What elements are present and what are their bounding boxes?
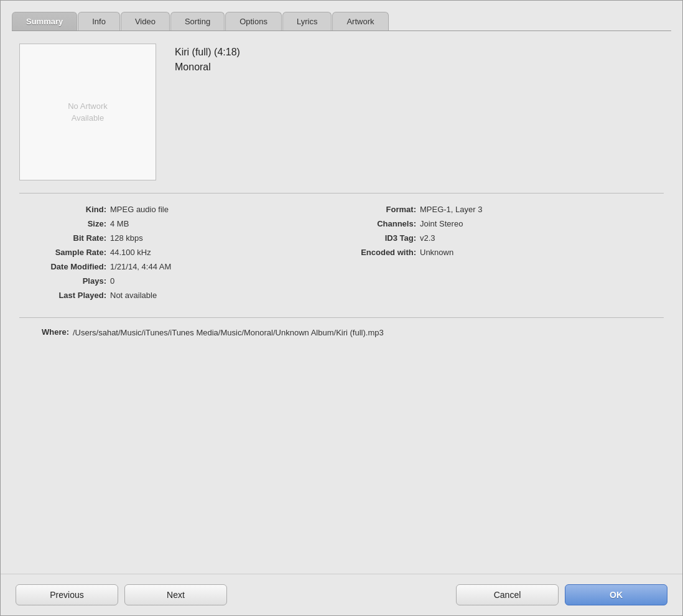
next-button[interactable]: Next — [124, 584, 227, 605]
artwork-box: No Artwork Available — [19, 44, 156, 180]
detail-encodedwith: Encoded with: Unknown — [342, 248, 664, 257]
tab-bar: Summary Info Video Sorting Options Lyric… — [1, 1, 682, 30]
samplerate-value: 44.100 kHz — [110, 248, 151, 257]
track-subtitle: Monoral — [175, 62, 240, 73]
tab-summary[interactable]: Summary — [12, 12, 77, 30]
detail-bitrate: Bit Rate: 128 kbps — [19, 233, 342, 243]
dialog: Summary Info Video Sorting Options Lyric… — [0, 0, 683, 616]
details-right: Format: MPEG-1, Layer 3 Channels: Joint … — [342, 205, 664, 305]
datemodified-value: 1/21/14, 4:44 AM — [110, 262, 171, 271]
details-left: Kind: MPEG audio file Size: 4 MB Bit Rat… — [19, 205, 342, 305]
datemodified-label: Date Modified: — [19, 262, 106, 271]
button-bar-right: Cancel OK — [456, 584, 667, 605]
details-divider — [19, 193, 664, 194]
format-label: Format: — [342, 205, 416, 214]
channels-value: Joint Stereo — [420, 219, 463, 228]
encodedwith-value: Unknown — [420, 248, 453, 257]
plays-label: Plays: — [19, 276, 106, 286]
lastplayed-value: Not available — [110, 291, 157, 300]
button-bar-left: Previous Next — [16, 584, 456, 605]
previous-button[interactable]: Previous — [16, 584, 118, 605]
tab-artwork[interactable]: Artwork — [332, 12, 388, 30]
cancel-button[interactable]: Cancel — [456, 584, 559, 605]
channels-label: Channels: — [342, 219, 416, 228]
content-area: No Artwork Available Kiri (full) (4:18) … — [1, 31, 682, 574]
ok-button[interactable]: OK — [565, 584, 667, 605]
kind-label: Kind: — [19, 205, 106, 214]
detail-kind: Kind: MPEG audio file — [19, 205, 342, 214]
samplerate-label: Sample Rate: — [19, 248, 106, 257]
detail-lastplayed: Last Played: Not available — [19, 291, 342, 300]
encodedwith-label: Encoded with: — [342, 248, 416, 257]
where-divider — [19, 317, 664, 318]
lastplayed-label: Last Played: — [19, 291, 106, 300]
tab-lyrics[interactable]: Lyrics — [282, 12, 332, 30]
detail-plays: Plays: 0 — [19, 276, 342, 286]
plays-value: 0 — [110, 276, 114, 286]
id3tag-label: ID3 Tag: — [342, 233, 416, 243]
tab-video[interactable]: Video — [121, 12, 170, 30]
no-artwork-text: No Artwork Available — [68, 100, 108, 124]
where-label: Where: — [19, 327, 69, 337]
bitrate-value: 128 kbps — [110, 233, 143, 243]
id3tag-value: v2.3 — [420, 233, 435, 243]
button-bar: Previous Next Cancel OK — [1, 574, 682, 615]
details-section: Kind: MPEG audio file Size: 4 MB Bit Rat… — [19, 205, 664, 305]
tab-info[interactable]: Info — [78, 12, 120, 30]
tab-options[interactable]: Options — [225, 12, 282, 30]
detail-samplerate: Sample Rate: 44.100 kHz — [19, 248, 342, 257]
format-value: MPEG-1, Layer 3 — [420, 205, 482, 214]
tab-sorting[interactable]: Sorting — [170, 12, 225, 30]
detail-format: Format: MPEG-1, Layer 3 — [342, 205, 664, 214]
size-value: 4 MB — [110, 219, 129, 228]
size-label: Size: — [19, 219, 106, 228]
detail-channels: Channels: Joint Stereo — [342, 219, 664, 228]
detail-size: Size: 4 MB — [19, 219, 342, 228]
kind-value: MPEG audio file — [110, 205, 169, 214]
detail-datemodified: Date Modified: 1/21/14, 4:44 AM — [19, 262, 342, 271]
track-title: Kiri (full) (4:18) — [175, 47, 240, 58]
where-row: Where: /Users/sahat/Music/iTunes/iTunes … — [19, 327, 664, 339]
where-value: /Users/sahat/Music/iTunes/iTunes Media/M… — [73, 327, 664, 339]
where-section: Where: /Users/sahat/Music/iTunes/iTunes … — [19, 317, 664, 339]
detail-id3tag: ID3 Tag: v2.3 — [342, 233, 664, 243]
bitrate-label: Bit Rate: — [19, 233, 106, 243]
track-info: Kiri (full) (4:18) Monoral — [175, 44, 240, 73]
top-section: No Artwork Available Kiri (full) (4:18) … — [19, 44, 664, 180]
